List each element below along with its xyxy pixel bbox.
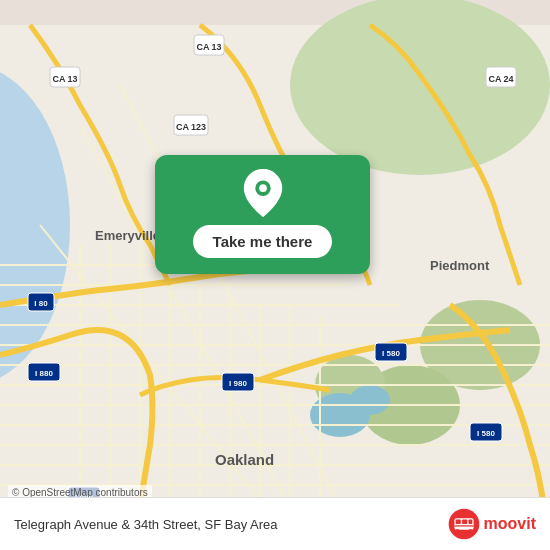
take-me-there-button[interactable]: Take me there [193, 225, 333, 258]
svg-point-7 [350, 385, 390, 415]
map-container: CA 13 CA 13 CA 24 CA 123 I 80 I 880 I 88… [0, 0, 550, 550]
svg-rect-61 [462, 520, 467, 524]
svg-rect-62 [468, 520, 472, 524]
svg-point-63 [455, 529, 459, 533]
moovit-logo: moovit [448, 508, 536, 540]
bottom-bar: Telegraph Avenue & 34th Street, SF Bay A… [0, 497, 550, 550]
svg-text:CA 13: CA 13 [196, 42, 221, 52]
svg-text:I 580: I 580 [382, 349, 400, 358]
svg-text:Emeryville: Emeryville [95, 228, 160, 243]
svg-point-64 [468, 529, 472, 533]
svg-text:I 880: I 880 [35, 369, 53, 378]
svg-text:I 80: I 80 [34, 299, 48, 308]
moovit-text: moovit [484, 515, 536, 533]
svg-text:CA 13: CA 13 [52, 74, 77, 84]
moovit-logo-icon [448, 508, 480, 540]
location-label: Telegraph Avenue & 34th Street, SF Bay A… [14, 517, 278, 532]
svg-text:CA 123: CA 123 [176, 122, 206, 132]
svg-text:Piedmont: Piedmont [430, 258, 490, 273]
map-background: CA 13 CA 13 CA 24 CA 123 I 80 I 880 I 88… [0, 0, 550, 550]
svg-rect-60 [455, 520, 460, 524]
svg-text:Oakland: Oakland [215, 451, 274, 468]
svg-text:I 980: I 980 [229, 379, 247, 388]
svg-text:CA 24: CA 24 [488, 74, 513, 84]
location-pin-icon [243, 169, 283, 217]
svg-point-57 [259, 184, 267, 192]
svg-text:I 580: I 580 [477, 429, 495, 438]
svg-rect-65 [454, 525, 473, 526]
take-me-there-popup: Take me there [155, 155, 370, 274]
